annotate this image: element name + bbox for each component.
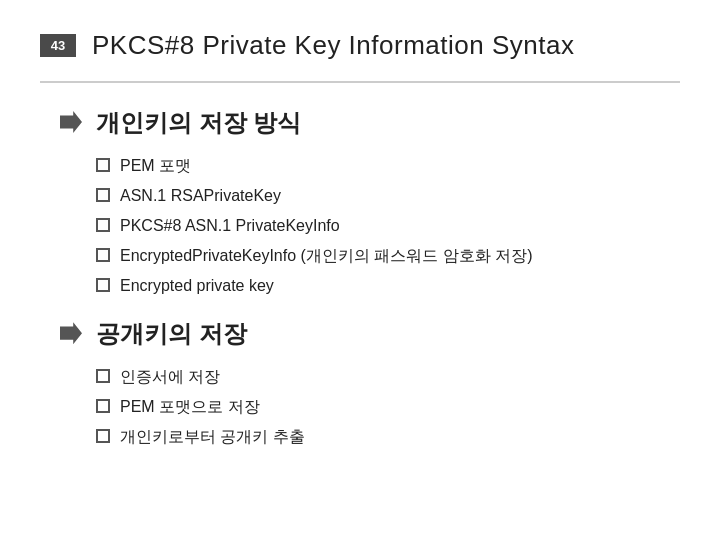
sub-bullet-icon bbox=[96, 158, 110, 172]
section2-item-1: 인증서에 저장 bbox=[120, 365, 220, 389]
section1-items: PEM 포맷 ASN.1 RSAPrivateKey PKCS#8 ASN.1 … bbox=[96, 154, 680, 298]
section1-item-1: PEM 포맷 bbox=[120, 154, 191, 178]
bullet-arrow-icon bbox=[60, 111, 82, 133]
divider bbox=[40, 81, 680, 83]
section2-items: 인증서에 저장 PEM 포맷으로 저장 개인키로부터 공개키 추출 bbox=[96, 365, 680, 449]
list-item: Encrypted private key bbox=[96, 274, 680, 298]
sub-bullet-icon bbox=[96, 399, 110, 413]
list-item: ASN.1 RSAPrivateKey bbox=[96, 184, 680, 208]
title-bar: 43 PKCS#8 Private Key Information Syntax bbox=[40, 30, 680, 61]
list-item: PEM 포맷으로 저장 bbox=[96, 395, 680, 419]
section1-item-4: EncryptedPrivateKeyInfo (개인키의 패스워드 암호화 저… bbox=[120, 244, 533, 268]
list-item: 개인키로부터 공개키 추출 bbox=[96, 425, 680, 449]
bullet-arrow-icon bbox=[60, 322, 82, 344]
sub-bullet-icon bbox=[96, 369, 110, 383]
list-item: PEM 포맷 bbox=[96, 154, 680, 178]
slide-title: PKCS#8 Private Key Information Syntax bbox=[92, 30, 574, 61]
slide: 43 PKCS#8 Private Key Information Syntax… bbox=[0, 0, 720, 540]
section1-heading-row: 개인키의 저장 방식 bbox=[60, 107, 680, 138]
content-area: 개인키의 저장 방식 PEM 포맷 ASN.1 RSAPrivateKey PK… bbox=[40, 107, 680, 449]
section2-heading-row: 공개키의 저장 bbox=[60, 318, 680, 349]
section2-item-2: PEM 포맷으로 저장 bbox=[120, 395, 260, 419]
list-item: PKCS#8 ASN.1 PrivateKeyInfo bbox=[96, 214, 680, 238]
section1-item-5: Encrypted private key bbox=[120, 274, 274, 298]
sub-bullet-icon bbox=[96, 278, 110, 292]
sub-bullet-icon bbox=[96, 248, 110, 262]
sub-bullet-icon bbox=[96, 429, 110, 443]
section1-heading: 개인키의 저장 방식 bbox=[96, 107, 301, 138]
section2-heading: 공개키의 저장 bbox=[96, 318, 247, 349]
list-item: 인증서에 저장 bbox=[96, 365, 680, 389]
sub-bullet-icon bbox=[96, 188, 110, 202]
sub-bullet-icon bbox=[96, 218, 110, 232]
section1-item-3: PKCS#8 ASN.1 PrivateKeyInfo bbox=[120, 214, 340, 238]
slide-number: 43 bbox=[40, 34, 76, 57]
section1-item-2: ASN.1 RSAPrivateKey bbox=[120, 184, 281, 208]
list-item: EncryptedPrivateKeyInfo (개인키의 패스워드 암호화 저… bbox=[96, 244, 680, 268]
section2-item-3: 개인키로부터 공개키 추출 bbox=[120, 425, 305, 449]
